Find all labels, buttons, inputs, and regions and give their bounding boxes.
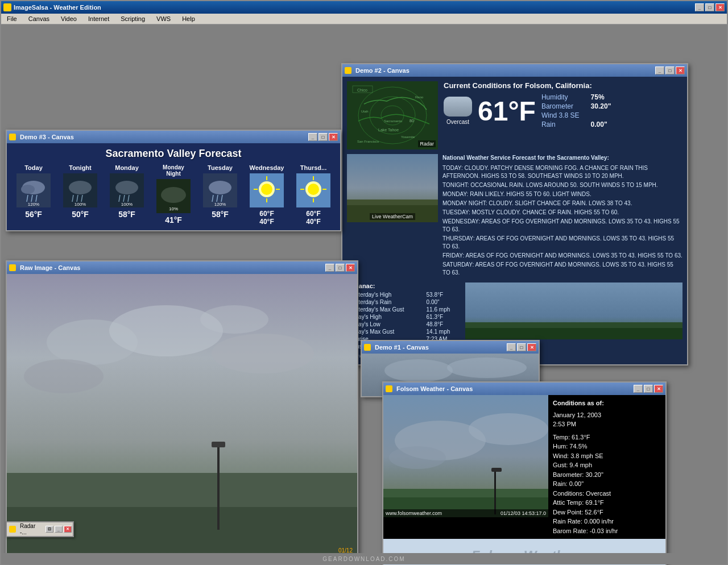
main-window: ImageSalsa - Weather Edition _ □ ✕ File …: [0, 0, 728, 565]
maximize-button[interactable]: □: [705, 3, 714, 11]
svg-text:100%: 100%: [75, 202, 86, 207]
folsom-minimize[interactable]: _: [634, 385, 643, 393]
day-name-tuesday: Tuesday: [198, 164, 242, 171]
minimize-button[interactable]: _: [695, 3, 704, 11]
svg-text:San Francisco: San Francisco: [357, 140, 379, 143]
raw-image-minimize[interactable]: _: [325, 264, 334, 272]
day-name-monday-night: MondayNight: [151, 164, 196, 177]
demo1-close[interactable]: ✕: [527, 343, 536, 351]
demo3-title: Demo #3 - Canvas: [20, 134, 74, 140]
main-win-controls[interactable]: _ □ ✕: [695, 3, 725, 11]
demo1-win-controls[interactable]: _ □ ✕: [507, 343, 536, 351]
svg-rect-69: [217, 444, 220, 530]
radar-mini-controls[interactable]: ⊡ _ ✕: [46, 526, 73, 533]
forecast-line-6: THURSDAY: AREAS OF FOG OVERNIGHT AND MOR…: [442, 235, 682, 251]
raw-image-close[interactable]: ✕: [346, 264, 355, 272]
folsom-icon: [386, 385, 392, 392]
menu-video[interactable]: Video: [57, 15, 80, 23]
folsom-stats: Conditions as of: January 12, 2003 2:53 …: [548, 395, 622, 539]
raw-image-maximize[interactable]: □: [336, 264, 345, 272]
radar-label: Radar: [418, 140, 436, 147]
demo2-body: Chico Reno Utah Sacramento Lake Tahoe Sa…: [342, 77, 687, 364]
folsom-titlebar-left: Folsom Weather - Canvas: [386, 385, 473, 392]
conditions-grid: Overcast 61°F Humidity 75% Barometer 30.…: [444, 93, 682, 128]
barometer-value: 30.20": [591, 102, 611, 110]
demo1-titlebar: Demo #1 - Canvas _ □ ✕: [362, 341, 539, 354]
svg-rect-81: [491, 468, 502, 472]
demo2-minimize[interactable]: _: [655, 67, 664, 74]
folsom-maximize[interactable]: □: [644, 385, 653, 393]
folsom-weather-window: Folsom Weather - Canvas _ □ ✕: [382, 381, 667, 565]
almanac-cell: Yesterday's Max Gust: [347, 306, 424, 313]
folsom-win-controls[interactable]: _ □ ✕: [634, 385, 663, 393]
menu-canvas[interactable]: Canvas: [25, 15, 53, 23]
menu-internet[interactable]: Internet: [85, 15, 113, 23]
svg-point-42: [209, 181, 231, 194]
demo3-close[interactable]: ✕: [329, 133, 338, 141]
demo2-titlebar: Demo #2 - Canvas _ □ ✕: [342, 64, 687, 77]
almanac-row: Today's Max Gust14.1 mph: [347, 328, 461, 335]
raw-image-window: Raw Image - Canvas _ □ ✕: [6, 260, 358, 559]
radar-mini-btn1[interactable]: ⊡: [46, 526, 53, 533]
folsom-titlebar: Folsom Weather - Canvas _ □ ✕: [383, 383, 665, 395]
svg-point-49: [261, 184, 272, 195]
raw-image-titlebar-left: Raw Image - Canvas: [9, 264, 80, 271]
almanac-row: Yesterday's High53.8°F: [347, 291, 461, 298]
menu-file[interactable]: File: [3, 15, 20, 23]
day-temp-thursday: 60°F40°F: [291, 210, 336, 226]
demo1-maximize[interactable]: □: [517, 343, 526, 351]
folsom-close[interactable]: ✕: [654, 385, 663, 393]
folsom-temp: Temp: 61.3°F: [553, 433, 618, 442]
almanac-value: 48.8°F: [424, 321, 461, 328]
radar-mini-minimize[interactable]: _: [55, 526, 63, 533]
raw-image-titlebar: Raw Image - Canvas _ □ ✕: [7, 261, 357, 274]
raw-image-controls[interactable]: _ □ ✕: [325, 264, 355, 272]
day-icon-today: 120%: [16, 173, 51, 207]
main-content: Demo #2 - Canvas _ □ ✕: [1, 24, 727, 564]
svg-point-64: [212, 334, 314, 373]
almanac-row: Yesterday's Rain0.00": [347, 298, 461, 306]
close-button[interactable]: ✕: [715, 3, 725, 11]
titlebar-left: ImageSalsa - Weather Edition: [3, 3, 101, 11]
temp-display: Overcast: [444, 97, 472, 125]
status-text: GearDownload.com: [322, 556, 405, 562]
folsom-dew-point: Dew Point: 52.6°F: [553, 508, 618, 517]
folsom-rain: Rain: 0.00": [553, 479, 618, 489]
svg-point-27: [69, 181, 92, 194]
demo2-win-controls[interactable]: _ □ ✕: [655, 67, 685, 74]
day-icon-monday: 100%: [110, 173, 144, 207]
demo3-win-controls[interactable]: _ □ ✕: [308, 133, 338, 141]
almanac-cell: Today's Low: [347, 321, 424, 328]
svg-text:Chico: Chico: [357, 88, 367, 92]
forecast-line-5: WEDNESDAY: AREAS OF FOG OVERNIGHT AND MO…: [442, 218, 682, 234]
svg-point-39: [161, 187, 186, 203]
demo1-minimize[interactable]: _: [507, 343, 516, 351]
folsom-gust: Gust: 9.4 mph: [553, 460, 618, 470]
almanac-cell: Today's High: [347, 313, 424, 321]
demo1-titlebar-left: Demo #1 - Canvas: [364, 344, 429, 351]
menu-scripting[interactable]: Scripting: [117, 15, 148, 23]
menubar: File Canvas Video Internet Scripting VWS…: [1, 14, 727, 24]
menu-vws[interactable]: VWS: [153, 15, 174, 23]
demo3-minimize[interactable]: _: [308, 133, 317, 141]
radar-mini-close[interactable]: ✕: [64, 526, 72, 533]
svg-point-56: [308, 184, 319, 195]
almanac-cell: Today's Max Gust: [347, 328, 424, 335]
demo2-close[interactable]: ✕: [676, 67, 685, 74]
svg-text:Lake Tahoe: Lake Tahoe: [378, 128, 399, 132]
forecast-line-4: TUESDAY: MOSTLY CLOUDY. CHANCE OF RAIN. …: [442, 209, 682, 217]
folsom-cam-timestamp: 01/12/03 14:53:17.0: [500, 510, 546, 516]
raw-image-title: Raw Image - Canvas: [20, 264, 80, 271]
demo3-maximize[interactable]: □: [318, 133, 328, 141]
folsom-cam: www.folsomweather.com 01/12/03 14:53:17.…: [383, 395, 548, 517]
svg-text:Reno: Reno: [415, 95, 424, 99]
conditions-title: Current Conditions for Folsom, Californi…: [444, 81, 682, 90]
demo2-window: Demo #2 - Canvas _ □ ✕: [341, 63, 688, 365]
folsom-cam-footer: www.folsomweather.com 01/12/03 14:53:17.…: [383, 509, 548, 517]
almanac-cell: Yesterday's High: [347, 291, 424, 298]
menu-help[interactable]: Help: [179, 15, 198, 23]
demo3-window: Demo #3 - Canvas _ □ ✕ Sacramento Valley…: [6, 130, 341, 231]
demo2-maximize[interactable]: □: [665, 67, 675, 74]
folsom-time: 2:53 PM: [553, 419, 618, 429]
svg-point-21: [21, 185, 35, 194]
